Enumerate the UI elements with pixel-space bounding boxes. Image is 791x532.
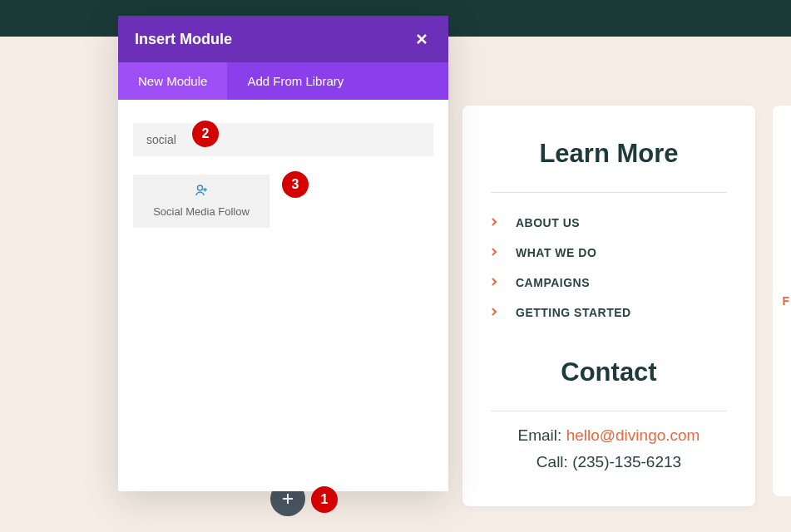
link-list: ABOUT US WHAT WE DO CAMPAIGNS GETTING ST… [491, 208, 727, 328]
plus-icon [281, 492, 294, 505]
annotation-marker-1: 1 [311, 486, 338, 513]
link-text: WHAT WE DO [516, 246, 596, 259]
close-icon [415, 32, 428, 46]
svg-point-2 [198, 185, 203, 190]
learn-more-card: Learn More ABOUT US WHAT WE DO CAMPAIGNS [462, 106, 755, 506]
module-social-media-follow[interactable]: Social Media Follow [133, 175, 269, 228]
call-label: Call: [536, 453, 572, 470]
chevron-right-icon [491, 276, 501, 289]
tab-add-from-library[interactable]: Add From Library [227, 62, 363, 100]
link-text: ABOUT US [516, 216, 580, 229]
link-getting-started[interactable]: GETTING STARTED [491, 298, 727, 328]
module-search-input[interactable] [133, 123, 433, 156]
chevron-right-icon [491, 306, 501, 319]
contact-email-line: Email: hello@divingo.com [491, 426, 727, 445]
annotation-marker-2: 2 [192, 121, 219, 147]
learn-more-heading: Learn More [491, 139, 727, 169]
person-plus-icon [140, 183, 263, 202]
link-text: CAMPAIGNS [516, 276, 590, 289]
link-about-us[interactable]: ABOUT US [491, 208, 727, 238]
chevron-right-icon [491, 216, 501, 229]
insert-module-modal: Insert Module New Module Add From Librar… [118, 16, 448, 491]
link-campaigns[interactable]: CAMPAIGNS [491, 268, 727, 298]
email-label: Email: [518, 426, 566, 444]
modal-body: Social Media Follow [118, 100, 448, 251]
contact-phone-line: Call: (235)-135-6213 [491, 453, 727, 471]
tab-new-module[interactable]: New Module [118, 62, 227, 100]
right-edge-card: F [773, 106, 791, 496]
content-area: Insert Module New Module Add From Librar… [0, 37, 791, 532]
link-text: GETTING STARTED [516, 306, 631, 319]
annotation-marker-3: 3 [282, 171, 309, 198]
module-label: Social Media Follow [140, 205, 263, 218]
close-button[interactable] [412, 29, 432, 49]
phone-text: (235)-135-6213 [572, 453, 681, 470]
modal-header: Insert Module [118, 16, 448, 62]
modal-tabs: New Module Add From Library [118, 62, 448, 100]
divider [491, 192, 727, 193]
contact-heading: Contact [491, 357, 727, 387]
modal-title: Insert Module [135, 31, 232, 48]
chevron-right-icon [491, 246, 501, 259]
divider [491, 411, 727, 411]
link-what-we-do[interactable]: WHAT WE DO [491, 238, 727, 268]
email-link[interactable]: hello@divingo.com [566, 426, 700, 444]
